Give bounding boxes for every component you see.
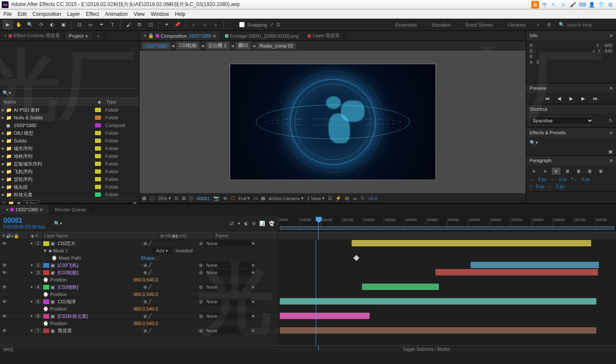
project-item[interactable]: ▶📁SolidsFolder — [0, 137, 139, 145]
selection-tool[interactable]: ▶ — [3, 20, 13, 30]
panel-menu-icon[interactable]: ≡ — [610, 33, 613, 38]
layer-bar[interactable] — [435, 269, 598, 275]
draft3d-icon[interactable]: ✦ — [237, 221, 241, 226]
reset-exp-icon[interactable]: ↻ — [361, 195, 364, 201]
timeline-bars[interactable] — [278, 240, 616, 345]
snapshot-icon[interactable]: 📷 — [213, 195, 219, 201]
align-center-icon[interactable]: ≡ — [541, 168, 549, 175]
current-frame[interactable]: 00081 — [197, 196, 210, 201]
align-left-icon[interactable]: ≡ — [530, 168, 538, 175]
work-area[interactable] — [280, 226, 614, 230]
breadcrumb-item[interactable]: 定位圈 2 — [206, 41, 229, 50]
justify-left-icon[interactable]: ≣ — [563, 168, 572, 175]
next-frame-button[interactable]: ▶ — [579, 95, 587, 102]
first-frame-button[interactable]: ⏮ — [543, 95, 551, 102]
search-help-input[interactable] — [566, 22, 601, 27]
menu-help[interactable]: Help — [175, 11, 186, 17]
layer-row[interactable]: 👁▼2▣[C03飞机]⊕ ╱⊚ None ▾ — [0, 262, 278, 269]
anchor-tool[interactable]: ⊡ — [74, 20, 84, 30]
timeline-frame[interactable]: 00081 — [3, 217, 23, 224]
views-dropdown[interactable]: 1 View ▾ — [307, 195, 325, 201]
camera-tool[interactable]: ▣ — [58, 20, 68, 30]
layer-row[interactable]: 👁▼4▣[C03地铁]⊕ ╱⊚ None ▾ — [0, 284, 278, 291]
ime-kbd-icon[interactable]: ⌨ — [578, 1, 586, 9]
rotate-tool[interactable]: ◐ — [47, 20, 57, 30]
roto-tool[interactable]: ✦ — [161, 20, 172, 30]
brush-tool[interactable]: 🖌 — [123, 20, 133, 30]
ime-user-icon[interactable]: 👤 — [588, 1, 595, 9]
ime-face-icon[interactable]: ☺ — [560, 1, 567, 9]
project-item[interactable]: ▶📁定版城市序列Folder — [0, 160, 139, 168]
transparency-icon[interactable]: ▦ — [261, 195, 265, 201]
roi-icon[interactable]: ▭ — [253, 195, 258, 201]
layer-row[interactable]: 👁▼1▣C03芯片⊕ ╱⊚ None ▾ — [0, 240, 278, 247]
project-item[interactable]: ▶📁科技元素Folder — [0, 191, 139, 198]
breadcrumb-item[interactable]: C03轮船 — [176, 41, 199, 50]
sogou-icon[interactable]: S — [531, 1, 539, 9]
orbit-tool[interactable]: ⟳ — [36, 20, 46, 30]
snapping-checkbox[interactable] — [239, 22, 245, 27]
breadcrumb-item[interactable]: Radar_comp 02 — [257, 42, 296, 49]
last-frame-button[interactable]: ⏭ — [591, 95, 599, 102]
menu-layer[interactable]: Layer — [67, 11, 80, 17]
comp-mini-icon[interactable]: ⇄ — [230, 221, 234, 226]
indent-right[interactable]: 0 px — [559, 177, 567, 182]
project-search[interactable]: 🔍▾ — [0, 88, 139, 98]
breadcrumb-item[interactable]: 1920*1080 — [142, 42, 170, 49]
layer-row[interactable]: ⌚ Position960.0,540.0 — [0, 291, 278, 298]
tab-effect-controls[interactable]: × Effect Controls 黑背景 — [0, 31, 65, 41]
workspace-essentials[interactable]: Essentials — [392, 21, 420, 29]
ime-punct-icon[interactable]: •, — [550, 1, 558, 9]
col-label-icon[interactable]: ◆ — [98, 99, 106, 105]
panel-menu-icon[interactable]: ≡ — [610, 130, 613, 135]
project-item[interactable]: ▶📁Nulls & SolidsFolder — [0, 114, 139, 121]
clone-tool[interactable]: ⧉ — [134, 20, 145, 30]
lock-icon[interactable]: 🔒 — [148, 33, 154, 38]
layer-row[interactable]: 👁▼7▣黑背景⊕ ╱⊚ None ▾ — [0, 327, 278, 334]
layer-bar[interactable] — [352, 240, 591, 246]
workspace-more-icon[interactable]: » — [537, 22, 539, 27]
frame-blend-icon[interactable]: ◐ — [244, 221, 249, 226]
layer-row[interactable]: ▼ ■ Mask 1Add ▾ Inverted — [0, 247, 278, 255]
timeline-tab-render[interactable]: Render Queue — [49, 205, 92, 214]
res-dropdown[interactable]: Full ▾ — [239, 195, 250, 201]
axis-local-icon[interactable]: ⟐ — [188, 20, 198, 30]
layer-row[interactable]: ⌚ Position960.0,540.0 — [0, 276, 278, 284]
menu-animation[interactable]: Animation — [105, 11, 127, 17]
snapping-toggle[interactable]: Snapping ⤢ ⊡ — [239, 22, 280, 27]
mask-icon[interactable]: ◫ — [189, 195, 193, 201]
layer-row[interactable]: ⌚ Position960.0,540.0 — [0, 305, 278, 313]
axis-world-icon[interactable]: ⟐ — [199, 20, 210, 30]
effects-search[interactable]: 🔍▾ — [530, 140, 538, 145]
layer-row[interactable]: 👁▼6▣[C02科技元素]⊕ ╱⊚ None ▾ — [0, 313, 278, 320]
ime-mic-icon[interactable]: 🎤 — [569, 1, 577, 9]
hand-tool[interactable]: ✋ — [14, 20, 24, 30]
project-item[interactable]: ▶📁飞机序列Folder — [0, 168, 139, 175]
loop-icon[interactable]: ↻ — [609, 118, 613, 124]
brace-icon[interactable]: {} — [10, 347, 13, 352]
grid-icon[interactable]: ⊞ — [182, 195, 186, 201]
justify-center-icon[interactable]: ≣ — [574, 168, 583, 175]
layer-bar[interactable] — [280, 327, 596, 334]
menu-composition[interactable]: Composition — [33, 11, 61, 17]
col-layer-name[interactable]: Layer Name — [43, 232, 158, 240]
project-item[interactable]: ▣1920*1080Composit — [0, 121, 139, 129]
project-list[interactable]: ▶📁AI PSD 素材Folder▶📁Nulls & SolidsFolder▣… — [0, 106, 139, 198]
timeline-tab-comp[interactable]: × 1920*1080 ≡ — [0, 205, 49, 214]
workspace-panel-icon[interactable]: ⊞ — [547, 22, 551, 27]
exposure-value[interactable]: +0.0 — [368, 196, 377, 201]
breadcrumb-item[interactable]: 圈02 — [236, 41, 251, 50]
project-item[interactable]: ▶📁货轮序列Folder — [0, 175, 139, 183]
project-item[interactable]: ▶📁地铁序列Folder — [0, 152, 139, 160]
layer-bar[interactable] — [362, 284, 439, 290]
toggle-switches[interactable]: Toggle Switches / Modes — [403, 347, 450, 352]
pen-tool[interactable]: ✒ — [96, 20, 107, 30]
layer-bar[interactable] — [471, 262, 599, 268]
zoom-tool[interactable]: 🔍 — [25, 20, 35, 30]
ime-skin-icon[interactable]: 👕 — [597, 1, 605, 9]
space-before[interactable]: 0 px — [536, 184, 544, 189]
prev-frame-button[interactable]: ◀ — [555, 95, 563, 102]
panel-menu-icon[interactable]: ≡ — [610, 86, 613, 91]
camera-dropdown[interactable]: Active Camera ▾ — [269, 195, 303, 201]
preview-icon[interactable]: 🖵 — [150, 196, 154, 201]
